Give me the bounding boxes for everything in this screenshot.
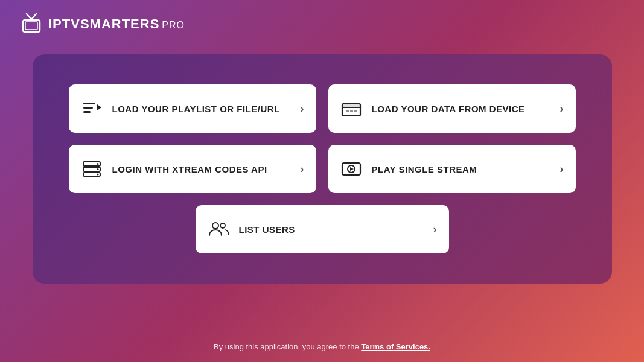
play-stream-label: PLAY SINGLE STREAM — [372, 164, 477, 174]
svg-line-1 — [31, 14, 36, 19]
xtream-codes-button[interactable]: LOGIN WITH XTREAM CODES API › — [69, 145, 316, 193]
svg-point-18 — [97, 168, 98, 170]
load-device-label: LOAD YOUR DATA FROM DEVICE — [372, 104, 525, 114]
load-playlist-chevron: › — [301, 103, 304, 115]
svg-rect-3 — [25, 22, 37, 30]
svg-point-17 — [97, 163, 98, 165]
main-card: LOAD YOUR PLAYLIST OR FILE/URL › — [33, 54, 612, 284]
header: IPTV ​ SMARTERS PRO — [0, 0, 644, 48]
stream-icon — [340, 158, 362, 180]
svg-rect-5 — [83, 107, 93, 109]
svg-marker-7 — [97, 104, 101, 110]
xtream-codes-left: LOGIN WITH XTREAM CODES API — [81, 158, 267, 180]
logo-text: IPTV ​ SMARTERS PRO — [48, 16, 185, 32]
load-playlist-label: LOAD YOUR PLAYLIST OR FILE/URL — [112, 104, 280, 114]
load-device-button[interactable]: LOAD YOUR DATA FROM DEVICE › — [328, 84, 576, 133]
logo: IPTV ​ SMARTERS PRO — [18, 11, 185, 37]
playlist-icon — [81, 98, 103, 119]
footer: By using this application, you agree to … — [0, 342, 644, 351]
buttons-grid: LOAD YOUR PLAYLIST OR FILE/URL › — [69, 84, 576, 193]
svg-rect-13 — [354, 110, 357, 112]
list-users-button[interactable]: LIST USERS › — [196, 205, 449, 253]
svg-rect-11 — [346, 110, 349, 112]
list-users-left: LIST USERS — [208, 218, 295, 240]
play-stream-chevron: › — [560, 163, 564, 176]
svg-rect-4 — [83, 103, 95, 104]
svg-rect-12 — [350, 110, 353, 112]
play-stream-left: PLAY SINGLE STREAM — [340, 158, 477, 180]
xtream-codes-label: LOGIN WITH XTREAM CODES API — [112, 164, 267, 174]
load-device-chevron: › — [560, 103, 564, 115]
load-device-left: LOAD YOUR DATA FROM DEVICE — [340, 98, 525, 119]
terms-link[interactable]: Terms of Services. — [361, 342, 430, 351]
xtream-codes-chevron: › — [301, 163, 304, 176]
play-stream-button[interactable]: PLAY SINGLE STREAM › — [328, 145, 576, 193]
svg-point-19 — [97, 174, 98, 176]
iptv-logo-icon — [18, 11, 45, 37]
load-playlist-button[interactable]: LOAD YOUR PLAYLIST OR FILE/URL › — [69, 84, 316, 133]
svg-point-24 — [220, 223, 225, 228]
users-icon — [208, 218, 229, 240]
load-playlist-left: LOAD YOUR PLAYLIST OR FILE/URL — [81, 98, 280, 119]
footer-text: By using this application, you agree to … — [214, 342, 361, 351]
svg-marker-22 — [350, 167, 354, 171]
list-users-chevron: › — [433, 223, 437, 236]
svg-rect-6 — [83, 111, 91, 113]
center-row: LIST USERS › — [69, 205, 576, 253]
list-users-label: LIST USERS — [239, 224, 295, 235]
svg-line-0 — [27, 14, 31, 19]
svg-point-23 — [212, 223, 218, 229]
xtream-icon — [81, 158, 103, 180]
device-icon — [340, 98, 362, 119]
